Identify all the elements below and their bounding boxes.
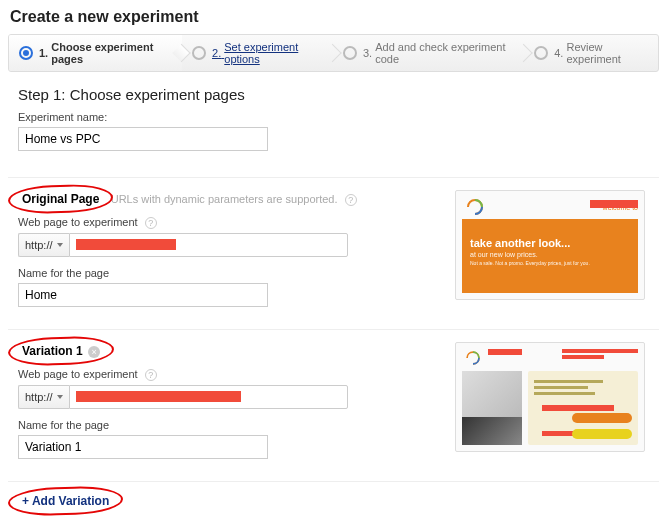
protocol-select[interactable]: http:// [18, 385, 69, 409]
logo-icon [462, 349, 484, 367]
annotation-circle: Variation 1 × [18, 342, 104, 360]
remove-variation-icon[interactable]: × [88, 346, 100, 358]
annotation-circle: + Add Variation [18, 492, 113, 510]
webpage-label: Web page to experiment [18, 216, 138, 228]
page-title: Create a new experiment [10, 8, 659, 26]
wizard-stepper: 1. Choose experiment pages 2. Set experi… [8, 34, 659, 72]
page-name-label: Name for the page [18, 419, 439, 431]
step-circle-icon [192, 46, 206, 60]
protocol-select[interactable]: http:// [18, 233, 69, 257]
step-circle-icon [343, 46, 357, 60]
original-page-preview: welcome to take another look... at our n… [455, 190, 645, 300]
step-label: Review experiment [566, 41, 648, 65]
step-1[interactable]: 1. Choose experiment pages [9, 35, 182, 71]
step-2[interactable]: 2. Set experiment options [182, 35, 333, 71]
chevron-down-icon [57, 243, 63, 247]
variation-url-input[interactable] [69, 385, 348, 409]
step-label: Set experiment options [224, 41, 323, 65]
preview-headline: take another look... [470, 237, 630, 249]
webpage-label: Web page to experiment [18, 368, 138, 380]
step-label: Add and check experiment code [375, 41, 514, 65]
help-icon[interactable]: ? [145, 217, 157, 229]
logo-icon [462, 197, 488, 217]
step-4[interactable]: 4. Review experiment [524, 35, 658, 71]
divider [8, 177, 659, 178]
experiment-name-label: Experiment name: [18, 111, 649, 123]
add-variation-link[interactable]: + Add Variation [22, 494, 109, 508]
divider [8, 329, 659, 330]
variation-1-section: Variation 1 × Web page to experiment ? h… [18, 334, 649, 473]
original-page-section: Original Page URLs with dynamic paramete… [18, 182, 649, 321]
original-page-title: Original Page [22, 192, 99, 206]
step-num: 4. [554, 47, 563, 59]
step-label: Choose experiment pages [51, 41, 172, 65]
divider [8, 481, 659, 482]
step-3[interactable]: 3. Add and check experiment code [333, 35, 524, 71]
url-hint-text: URLs with dynamic parameters are support… [111, 193, 338, 205]
step-circle-icon [19, 46, 33, 60]
original-name-input[interactable] [18, 283, 268, 307]
help-icon[interactable]: ? [345, 194, 357, 206]
annotation-circle: Original Page [18, 190, 103, 208]
variation-page-preview [455, 342, 645, 452]
variation-name-input[interactable] [18, 435, 268, 459]
help-icon[interactable]: ? [145, 369, 157, 381]
original-url-input[interactable] [69, 233, 348, 257]
page-name-label: Name for the page [18, 267, 439, 279]
preview-sub: at our new low prices. [470, 251, 630, 258]
step-heading: Step 1: Choose experiment pages [18, 86, 649, 103]
step-num: 2. [212, 47, 221, 59]
step-num: 1. [39, 47, 48, 59]
protocol-value: http:// [25, 239, 53, 251]
protocol-value: http:// [25, 391, 53, 403]
step-num: 3. [363, 47, 372, 59]
variation-title: Variation 1 [22, 344, 83, 358]
chevron-down-icon [57, 395, 63, 399]
step-circle-icon [534, 46, 548, 60]
experiment-name-input[interactable] [18, 127, 268, 151]
